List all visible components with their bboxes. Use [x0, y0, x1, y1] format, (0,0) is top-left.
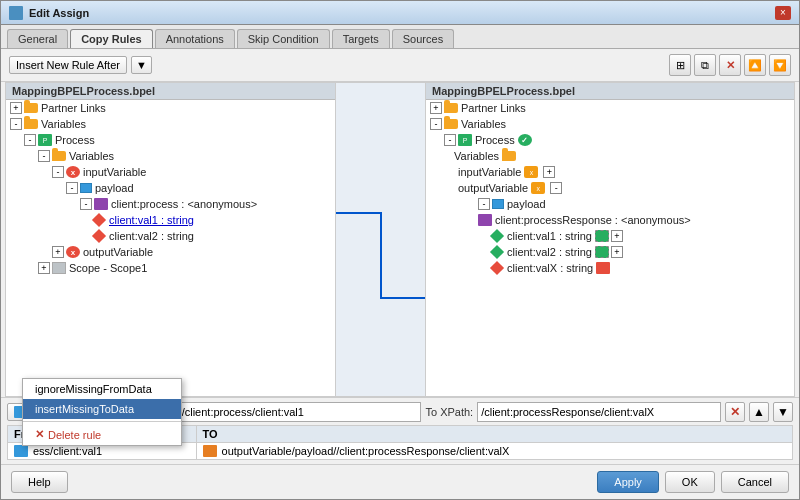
tree-item-label: inputVariable	[83, 166, 146, 178]
tab-annotations[interactable]: Annotations	[155, 29, 235, 48]
tab-copy-rules[interactable]: Copy Rules	[70, 29, 153, 48]
expand-icon[interactable]: +	[611, 230, 623, 242]
close-button[interactable]: ×	[775, 6, 791, 20]
tab-sources[interactable]: Sources	[392, 29, 454, 48]
expand-icon[interactable]: -	[66, 182, 78, 194]
xml-icon	[94, 198, 108, 210]
right-tree-scroll: + Partner Links - Variables - P Process …	[426, 100, 794, 396]
move-down-icon[interactable]: 🔽	[769, 54, 791, 76]
list-item[interactable]: - x inputVariable	[6, 164, 335, 180]
list-item[interactable]: - payload	[426, 196, 794, 212]
expand-icon[interactable]: +	[38, 262, 50, 274]
list-item[interactable]: - P Process ✓	[426, 132, 794, 148]
list-item[interactable]: + Partner Links	[6, 100, 335, 116]
list-item[interactable]: client:val2 : string	[6, 228, 335, 244]
process-icon: P	[38, 134, 52, 146]
tree-item-label: outputVariable	[458, 182, 528, 194]
apply-button[interactable]: Apply	[597, 471, 659, 493]
list-item[interactable]: - payload	[6, 180, 335, 196]
delete-icon[interactable]: ✕	[719, 54, 741, 76]
footer-right: Apply OK Cancel	[597, 471, 789, 493]
tree-item-label: outputVariable	[83, 246, 153, 258]
var2-icon: x	[531, 182, 545, 194]
list-item[interactable]: - Variables	[426, 116, 794, 132]
box-icon	[492, 199, 504, 209]
tree-item-label: Process	[475, 134, 515, 146]
tree-item-label: client:val2 : string	[507, 246, 592, 258]
list-item[interactable]: + Scope - Scope1	[6, 260, 335, 276]
tree-item-label: inputVariable	[458, 166, 521, 178]
grid-icon[interactable]: ⊞	[669, 54, 691, 76]
expand-icon[interactable]: -	[478, 198, 490, 210]
process-icon: P	[458, 134, 472, 146]
move-up-icon[interactable]: 🔼	[744, 54, 766, 76]
left-tree-header: MappingBPELProcess.bpel	[6, 83, 335, 100]
var-icon: x	[66, 166, 80, 178]
middle-panel	[336, 83, 426, 396]
help-button[interactable]: Help	[11, 471, 68, 493]
list-item[interactable]: client:val1 : string +	[426, 228, 794, 244]
list-item[interactable]: client:val1 : string	[6, 212, 335, 228]
expand-icon[interactable]: +	[52, 246, 64, 258]
list-item[interactable]: outputVariable x -	[426, 180, 794, 196]
list-item[interactable]: - client:process : <anonymous>	[6, 196, 335, 212]
to-value: outputVariable/payload//client:processRe…	[222, 445, 510, 457]
insert-new-rule-button[interactable]: Insert New Rule After	[9, 56, 127, 74]
from-xpath-input[interactable]	[178, 402, 422, 422]
insert-missing-item[interactable]: insertMissingToData	[23, 399, 181, 419]
list-item[interactable]: + x outputVariable	[6, 244, 335, 260]
title-bar-left: Edit Assign	[9, 6, 89, 20]
from-row-icon	[14, 445, 28, 457]
ignore-missing-item[interactable]: ignoreMissingFromData	[23, 379, 181, 399]
process-var-icon: ✓	[518, 134, 532, 146]
toolbar-icons: ⊞ ⧉ ✕ 🔼 🔽	[669, 54, 791, 76]
expand-icon[interactable]: -	[444, 134, 456, 146]
list-item[interactable]: client:val2 : string +	[426, 244, 794, 260]
copy-icon[interactable]: ⧉	[694, 54, 716, 76]
expand-icon[interactable]: +	[10, 102, 22, 114]
right-panel: MappingBPELProcess.bpel + Partner Links …	[426, 83, 794, 396]
to-xpath-input[interactable]	[477, 402, 721, 422]
var-icon: x	[66, 246, 80, 258]
delete-rule-item[interactable]: ✕ Delete rule	[23, 424, 181, 445]
expand-icon[interactable]: +	[611, 246, 623, 258]
from-value: ess/client:val1	[33, 445, 102, 457]
tree-item-label: Scope - Scope1	[69, 262, 147, 274]
cancel-button[interactable]: Cancel	[721, 471, 789, 493]
list-item[interactable]: client:processResponse : <anonymous>	[426, 212, 794, 228]
list-item[interactable]: + Partner Links	[426, 100, 794, 116]
expand-icon[interactable]: -	[52, 166, 64, 178]
list-item[interactable]: inputVariable x +	[426, 164, 794, 180]
diamond-icon	[490, 245, 504, 259]
expand-icon[interactable]: -	[24, 134, 36, 146]
tab-general[interactable]: General	[7, 29, 68, 48]
expand-icon[interactable]: -	[430, 118, 442, 130]
list-item[interactable]: - P Process	[6, 132, 335, 148]
diamond-icon	[490, 261, 504, 275]
expand-icon[interactable]: -	[550, 182, 562, 194]
move-down-rule-icon[interactable]: ▼	[773, 402, 793, 422]
expand-icon[interactable]: +	[543, 166, 555, 178]
dialog-title: Edit Assign	[29, 7, 89, 19]
move-up-rule-icon[interactable]: ▲	[749, 402, 769, 422]
folder-icon	[52, 151, 66, 161]
list-item[interactable]: - Variables	[6, 148, 335, 164]
tab-targets[interactable]: Targets	[332, 29, 390, 48]
expand-icon[interactable]: +	[430, 102, 442, 114]
expand-icon[interactable]: -	[80, 198, 92, 210]
delete-x-icon: ✕	[35, 428, 44, 441]
tree-item-label: Variables	[69, 150, 114, 162]
list-item[interactable]: - Variables	[6, 116, 335, 132]
tree-item-label: payload	[95, 182, 134, 194]
expand-icon[interactable]: -	[10, 118, 22, 130]
delete-rule-icon[interactable]: ✕	[725, 402, 745, 422]
tree-item-label: Partner Links	[461, 102, 526, 114]
toolbar-row: Insert New Rule After ▼ ⊞ ⧉ ✕ 🔼 🔽	[1, 49, 799, 82]
tree-item-label: Process	[55, 134, 95, 146]
expand-icon[interactable]: -	[38, 150, 50, 162]
insert-dropdown-button[interactable]: ▼	[131, 56, 152, 74]
list-item[interactable]: client:valX : string	[426, 260, 794, 276]
xml-icon	[478, 214, 492, 226]
ok-button[interactable]: OK	[665, 471, 715, 493]
tab-skip-condition[interactable]: Skip Condition	[237, 29, 330, 48]
